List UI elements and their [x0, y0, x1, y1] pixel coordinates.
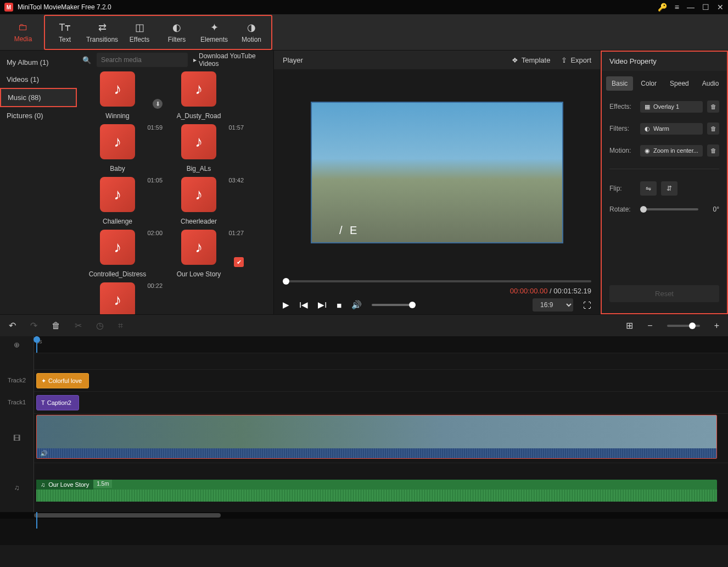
fullscreen-button[interactable]: ⛶ — [583, 301, 591, 310]
tab-filters[interactable]: ◐Filters — [158, 17, 195, 48]
timeline-ruler[interactable]: 0s — [34, 336, 728, 353]
clip-caption2[interactable]: TCaption2 — [36, 395, 79, 410]
redo-button[interactable]: ↷ — [30, 320, 37, 331]
video-clip[interactable]: 🔊 — [36, 415, 717, 459]
transitions-icon: ⇄ — [98, 21, 107, 34]
delete-button[interactable]: 🗑 — [52, 321, 60, 331]
video-property-panel: Video Property Basic Color Speed Audio E… — [601, 51, 728, 314]
template-button[interactable]: ❖Template — [512, 56, 551, 64]
rotate-slider[interactable] — [640, 208, 698, 210]
tab-motion[interactable]: ◑Motion — [233, 17, 270, 48]
zoom-out-button[interactable]: − — [647, 321, 652, 331]
sidebar-item-myalbum[interactable]: My Album (1) — [0, 54, 77, 71]
tab-text[interactable]: TᴛText — [46, 17, 83, 48]
crop-button[interactable]: ⌗ — [118, 321, 123, 331]
duration-label: 01:59 — [147, 124, 163, 131]
prop-tab-audio[interactable]: Audio — [697, 76, 725, 91]
music-icon: ♪ — [181, 71, 216, 107]
media-name: A_Dusty_Road — [177, 112, 221, 120]
media-item[interactable]: ♪ 01:05 Challenge — [82, 177, 153, 225]
elements-icon: ✦ — [210, 21, 219, 34]
filter-icon: ◐ — [645, 125, 650, 132]
download-youtube-link[interactable]: ▸Download YouTube Videos — [193, 52, 268, 68]
media-item[interactable]: ♪ 02:00 Controlled_Distress — [82, 230, 153, 278]
maximize-button[interactable]: ☐ — [702, 3, 709, 12]
total-time: 00:01:52.19 — [553, 287, 591, 295]
fit-button[interactable]: ⊞ — [626, 320, 633, 331]
tab-effects[interactable]: ◫Effects — [121, 17, 158, 48]
media-name: Winning — [105, 112, 129, 120]
duration-label: 02:00 — [147, 230, 163, 236]
volume-icon[interactable]: 🔊 — [351, 300, 362, 310]
menu-icon[interactable]: ≡ — [675, 3, 679, 12]
track1-label: Track1 — [0, 391, 34, 413]
flip-label: Flip: — [609, 185, 636, 192]
zoom-in-button[interactable]: + — [714, 321, 719, 331]
music-icon: ♪ — [100, 230, 135, 265]
sidebar-item-music[interactable]: Music (88) — [0, 88, 77, 107]
audio-clip[interactable]: ♫Our Love Story 1.5m — [36, 480, 717, 502]
media-item[interactable]: ♪ ⬇ Winning — [82, 71, 153, 120]
timeline-scrollbar[interactable] — [0, 512, 728, 519]
rotate-value: 0° — [703, 205, 719, 213]
check-icon: ✔ — [234, 257, 244, 267]
sidebar-item-pictures[interactable]: Pictures (0) — [0, 107, 77, 124]
tab-media[interactable]: 🗀 Media — [4, 17, 42, 48]
effects-label: Effects: — [609, 103, 636, 110]
tab-transitions[interactable]: ⇄Transitions — [83, 17, 121, 48]
media-item[interactable]: ♪ 00:22 — [82, 282, 153, 314]
effects-icon: ◫ — [135, 21, 144, 34]
play-button[interactable]: ▶ — [283, 300, 289, 310]
undo-button[interactable]: ↶ — [9, 320, 16, 331]
tab-elements[interactable]: ✦Elements — [195, 17, 233, 48]
stop-button[interactable]: ■ — [337, 301, 341, 310]
minimize-button[interactable]: — — [687, 3, 695, 12]
duration-label: 00:22 — [147, 282, 163, 289]
sidebar-item-videos[interactable]: Videos (1) — [0, 71, 77, 88]
music-icon: ♫ — [41, 481, 45, 488]
track2-label: Track2 — [0, 369, 34, 391]
duration-label: 01:05 — [147, 177, 163, 184]
motion-label: Motion: — [609, 147, 636, 154]
app-title: MiniTool MovieMaker Free 7.2.0 — [18, 3, 658, 11]
text-icon: T — [41, 399, 45, 406]
filters-chip[interactable]: ◐Warm — [640, 123, 703, 135]
clip-colorful-love[interactable]: ✦Colorful love — [36, 373, 89, 388]
prop-tab-color[interactable]: Color — [635, 76, 662, 91]
media-item[interactable]: ♪ A_Dusty_Road — [164, 71, 234, 120]
key-icon[interactable]: 🔑 — [658, 3, 667, 12]
seek-slider[interactable] — [283, 280, 591, 282]
flip-vertical-button[interactable]: ⇵ — [661, 181, 677, 196]
add-track-button[interactable]: ⊕ — [0, 336, 34, 353]
prev-frame-button[interactable]: I◀ — [299, 300, 308, 310]
export-button[interactable]: ⇪Export — [561, 56, 591, 64]
search-input[interactable] — [97, 53, 188, 67]
download-icon[interactable]: ⬇ — [153, 99, 163, 109]
split-button[interactable]: ✂ — [75, 320, 82, 331]
filters-icon: ◐ — [172, 21, 181, 34]
speed-button[interactable]: ◷ — [96, 320, 104, 331]
prop-tab-basic[interactable]: Basic — [606, 76, 633, 91]
media-item[interactable]: ♪ 01:27 ✔ Our Love Story — [164, 230, 234, 278]
close-button[interactable]: ✕ — [717, 3, 724, 12]
volume-slider[interactable] — [372, 304, 416, 306]
titlebar: M MiniTool MovieMaker Free 7.2.0 🔑 ≡ — ☐… — [0, 0, 728, 14]
toolbar-highlight-group: TᴛText ⇄Transitions ◫Effects ◐Filters ✦E… — [44, 15, 272, 50]
media-item[interactable]: ♪ 01:59 Baby — [82, 124, 153, 173]
next-frame-button[interactable]: ▶I — [318, 300, 327, 310]
delete-motion-button[interactable]: 🗑 — [707, 144, 719, 157]
delete-filters-button[interactable]: 🗑 — [707, 123, 719, 135]
aspect-select[interactable]: 16:9 — [533, 298, 573, 312]
zoom-slider[interactable] — [667, 325, 700, 327]
music-icon: ♪ — [181, 124, 216, 159]
media-item[interactable]: ♪ 03:42 Cheerleader — [164, 177, 234, 225]
effects-chip[interactable]: ▦Overlay 1 — [640, 101, 703, 113]
reset-button[interactable]: Reset — [609, 285, 719, 302]
prop-tab-speed[interactable]: Speed — [664, 76, 695, 91]
preview-image[interactable] — [311, 102, 563, 243]
flip-horizontal-button[interactable]: ⇋ — [640, 181, 657, 196]
media-item[interactable]: ♪ 01:57 Big_ALs — [164, 124, 234, 173]
motion-chip[interactable]: ◉Zoom in center... — [640, 145, 703, 157]
duration-label: 03:42 — [228, 177, 244, 184]
delete-effects-button[interactable]: 🗑 — [707, 101, 719, 113]
